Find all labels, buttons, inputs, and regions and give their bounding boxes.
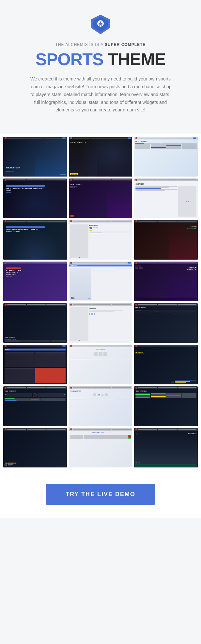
header-description: We created this theme with all you may n… xyxy=(29,75,172,114)
screenshots-section: THE DESTROY ALCHEMISTS FC xyxy=(0,134,201,471)
screenshot-16[interactable]: NEWS V5 xyxy=(3,345,67,384)
main-title: SPORTS THEME xyxy=(20,50,181,69)
header-section: THE ALCHEMISTS IS A SUPER COMPLETE SPORT… xyxy=(0,0,201,134)
screenshots-grid: THE DESTROY ALCHEMISTS FC xyxy=(3,137,198,467)
screenshot-7[interactable]: MATCH THE ALCHEMISTS WON THE LAST GAME 3… xyxy=(3,220,67,260)
screenshot-3[interactable]: LATEST RESULTS xyxy=(134,137,198,177)
cta-button[interactable]: TRY THE LIVE DEMO xyxy=(46,484,155,505)
screenshot-11[interactable]: TEAM ROSTER JAMESMESSINAL 10k xyxy=(69,262,132,301)
screenshot-19[interactable]: TEAM OVERVIEW 2 : 1 0 : 0 xyxy=(3,386,67,426)
header-subtitle: THE ALCHEMISTS IS A SUPER COMPLETE xyxy=(20,42,181,47)
screenshot-18[interactable]: 07 MESSINAL GOALS ASSIST SHOTS xyxy=(134,345,198,384)
screenshot-1[interactable]: THE DESTROY ALCHEMISTS FC xyxy=(3,137,67,177)
screenshot-5[interactable]: THE ALCHEMISTS A NEW WORLDORDER IS... NE… xyxy=(69,179,132,218)
screenshot-23[interactable]: SCHEDULE & TICKETS xyxy=(69,428,132,468)
screenshot-10[interactable]: BREAKING ALCHEMISTS COACHSAYS SUNDAY'SRU… xyxy=(3,262,67,301)
cta-section: TRY THE LIVE DEMO xyxy=(0,471,201,518)
screenshot-8[interactable]: 38 GIROBILLI POS FORWARD xyxy=(69,220,132,260)
screenshot-12[interactable]: OVERVIEW THE TEAM STEVENMASTERS xyxy=(134,262,198,301)
screenshot-24[interactable]: 38 GIROBILLI xyxy=(134,428,198,468)
screenshot-20[interactable]: TEAM OVERVIEW 33 - 11 xyxy=(69,386,132,426)
screenshot-14[interactable]: 38 GIROBILLI xyxy=(69,303,132,343)
screenshot-4[interactable]: MATCH REPORT THE ALCHEMISTS CRUSHED THE … xyxy=(3,179,67,218)
screenshot-15[interactable]: LAST GAMES LOG xyxy=(134,303,198,343)
screenshot-21[interactable]: TEAM OVERVIEW xyxy=(134,386,198,426)
screenshot-22[interactable]: YOUR ACCOUNT xyxy=(3,428,67,468)
logo-icon xyxy=(89,13,112,36)
screenshot-6[interactable]: OVERVIEW 5-2 xyxy=(134,179,198,218)
screenshot-2[interactable]: THE ALCHEMISTS WATCH LIVE xyxy=(69,137,132,177)
screenshot-17[interactable]: ROSTER V1 xyxy=(69,345,132,384)
screenshot-13[interactable]: TEAM GALLERY PHOTOSHOOT FOR 2017 xyxy=(3,303,67,343)
screenshot-9[interactable]: SARAH VALENTINE xyxy=(134,220,198,260)
